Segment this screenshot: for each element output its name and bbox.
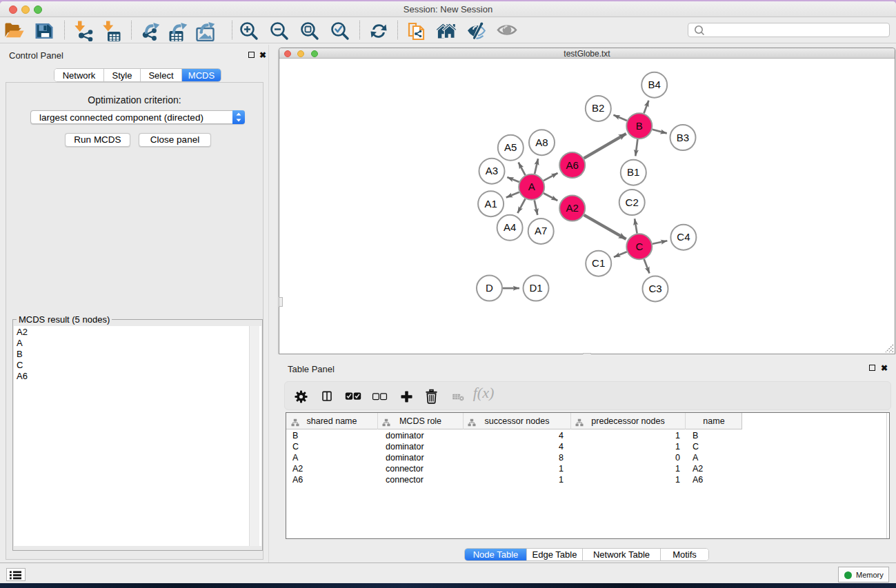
svg-text:B1: B1 <box>627 166 639 178</box>
svg-text:A1: A1 <box>484 198 497 210</box>
svg-text:B3: B3 <box>677 132 689 143</box>
svg-text:A8: A8 <box>535 136 548 148</box>
svg-text:D: D <box>486 282 493 294</box>
svg-text:C2: C2 <box>626 196 639 208</box>
svg-text:A3: A3 <box>486 165 498 176</box>
svg-text:A: A <box>528 181 535 192</box>
svg-text:B2: B2 <box>592 102 604 114</box>
svg-text:B4: B4 <box>648 79 661 90</box>
svg-text:A6: A6 <box>566 159 579 171</box>
svg-text:C1: C1 <box>592 257 605 269</box>
svg-text:B: B <box>636 120 643 132</box>
svg-text:C3: C3 <box>648 283 661 294</box>
svg-text:D1: D1 <box>529 282 542 294</box>
svg-text:A5: A5 <box>504 141 517 153</box>
svg-text:A2: A2 <box>566 202 579 214</box>
svg-text:C4: C4 <box>677 231 690 243</box>
svg-text:A7: A7 <box>535 225 547 236</box>
svg-text:C: C <box>635 241 643 252</box>
svg-text:A4: A4 <box>504 221 516 233</box>
